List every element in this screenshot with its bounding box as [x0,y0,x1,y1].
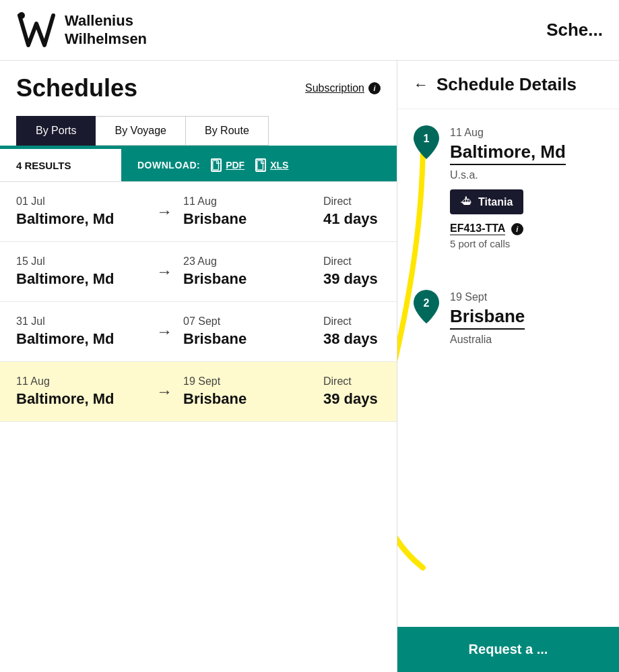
route-arrow: → [151,262,178,281]
tabs-row: By Ports By Voyage By Route [16,116,381,146]
svg-point-0 [18,12,25,19]
route-type: Direct [323,315,381,328]
to-city: Brisbane [183,390,313,408]
schedule-row-highlighted[interactable]: 11 Aug Baltimore, Md → 19 Sept Brisbane … [0,362,397,422]
pdf-file-icon [211,158,222,172]
route-to: 11 Aug Brisbane [178,195,313,228]
xls-file-icon [255,158,266,172]
stop-info-1: 11 Aug Baltimore, Md U.s.a. ⛴ Titania EF… [450,125,566,249]
stop-date-2: 19 Sept [450,291,525,303]
ship-icon: ⛴ [461,195,473,209]
left-panel: Schedules Subscription i By Ports By Voy… [0,61,397,672]
route-info: Direct 39 days [313,255,381,288]
route-arrow: → [151,382,178,401]
to-city: Brisbane [183,210,313,228]
to-date: 19 Sept [183,375,313,388]
route-to: 23 Aug Brisbane [178,255,313,288]
download-pdf-link[interactable]: PDF [211,158,245,172]
from-date: 11 Aug [16,375,151,388]
logo-text: Wallenius Wilhelmsen [65,12,147,48]
from-city: Baltimore, Md [16,390,151,408]
stop-city-1: Baltimore, Md [450,142,566,165]
route-days: 39 days [323,270,381,288]
download-label: DOWNLOAD: [137,160,200,171]
tab-by-ports[interactable]: By Ports [16,116,96,146]
from-date: 01 Jul [16,195,151,208]
from-city: Baltimore, Md [16,330,151,348]
back-button[interactable]: ← [414,76,428,94]
to-city: Brisbane [183,330,313,348]
stop-marker-2: 2 [414,290,439,319]
tab-by-route[interactable]: By Route [186,116,269,146]
voyage-info: EF413-TTA i 5 port of calls [450,222,566,249]
right-panel: ← Schedule Details 1 11 Aug B [397,61,619,672]
schedules-title: Schedules [16,74,137,102]
stop-item-1: 1 11 Aug Baltimore, Md U.s.a. ⛴ Titania … [414,125,603,249]
request-cta-button[interactable]: Request a ... [397,627,619,672]
from-date: 15 Jul [16,255,151,268]
stop-date-1: 11 Aug [450,127,566,139]
schedule-row[interactable]: 15 Jul Baltimore, Md → 23 Aug Brisbane D… [0,242,397,302]
schedules-header: Schedules Subscription i By Ports By Voy… [0,61,397,146]
route-type: Direct [323,195,381,208]
pdf-label[interactable]: PDF [226,160,245,171]
route-visual-area: 1 11 Aug Baltimore, Md U.s.a. ⛴ Titania … [397,109,619,627]
route-arrow: → [151,322,178,341]
to-date: 07 Sept [183,315,313,328]
stop-country-1: U.s.a. [450,169,566,181]
port-calls: 5 port of calls [450,238,566,249]
schedule-row[interactable]: 31 Jul Baltimore, Md → 07 Sept Brisbane … [0,302,397,362]
download-section: DOWNLOAD: PDF [121,149,397,181]
route-info: Direct 41 days [313,195,381,228]
stop-country-2: Australia [450,334,525,346]
results-bar: 4 RESULTS DOWNLOAD: PDF [0,149,397,182]
schedule-row[interactable]: 01 Jul Baltimore, Md → 11 Aug Brisbane D… [0,182,397,242]
details-header: ← Schedule Details [397,61,619,109]
subscription-area[interactable]: Subscription i [305,82,381,94]
svg-text:2: 2 [424,297,430,309]
from-city: Baltimore, Md [16,270,151,288]
main-layout: Schedules Subscription i By Ports By Voy… [0,61,619,672]
route-to: 19 Sept Brisbane [178,375,313,408]
tab-by-voyage[interactable]: By Voyage [96,116,186,146]
route-type: Direct [323,375,381,388]
route-type: Direct [323,255,381,268]
logo-area: Wallenius Wilhelmsen [16,10,147,51]
route-from: 31 Jul Baltimore, Md [16,315,151,348]
route-info: Direct 39 days [313,375,381,408]
route-from: 01 Jul Baltimore, Md [16,195,151,228]
ship-name: Titania [478,196,513,208]
voyage-info-icon[interactable]: i [511,223,523,235]
route-from: 11 Aug Baltimore, Md [16,375,151,408]
svg-text:1: 1 [424,133,430,144]
details-title: Schedule Details [436,74,577,95]
download-xls-link[interactable]: XLS [255,158,288,172]
route-from: 15 Jul Baltimore, Md [16,255,151,288]
svg-rect-1 [213,160,219,170]
route-info: Direct 38 days [313,315,381,348]
route-arrow: → [151,202,178,221]
xls-label[interactable]: XLS [270,160,288,171]
subscription-info-icon[interactable]: i [368,82,381,94]
to-date: 11 Aug [183,195,313,208]
header-right-title: Sche... [546,20,603,40]
ship-badge[interactable]: ⛴ Titania [450,189,523,214]
stop-marker-1: 1 [414,125,439,155]
route-days: 41 days [323,210,381,228]
svg-rect-2 [257,160,263,170]
schedule-list: 01 Jul Baltimore, Md → 11 Aug Brisbane D… [0,182,397,672]
stop-info-2: 19 Sept Brisbane Australia [450,290,525,346]
app-header: Wallenius Wilhelmsen Sche... [0,0,619,61]
subscription-label[interactable]: Subscription [305,82,364,94]
voyage-id: EF413-TTA [450,222,505,235]
to-date: 23 Aug [183,255,313,268]
stop-item-2: 2 19 Sept Brisbane Australia [414,290,603,346]
route-days: 38 days [323,330,381,348]
to-city: Brisbane [183,270,313,288]
results-count: 4 RESULTS [0,150,121,181]
route-days: 39 days [323,390,381,408]
route-to: 07 Sept Brisbane [178,315,313,348]
schedules-title-row: Schedules Subscription i [16,74,381,102]
from-city: Baltimore, Md [16,210,151,228]
from-date: 31 Jul [16,315,151,328]
